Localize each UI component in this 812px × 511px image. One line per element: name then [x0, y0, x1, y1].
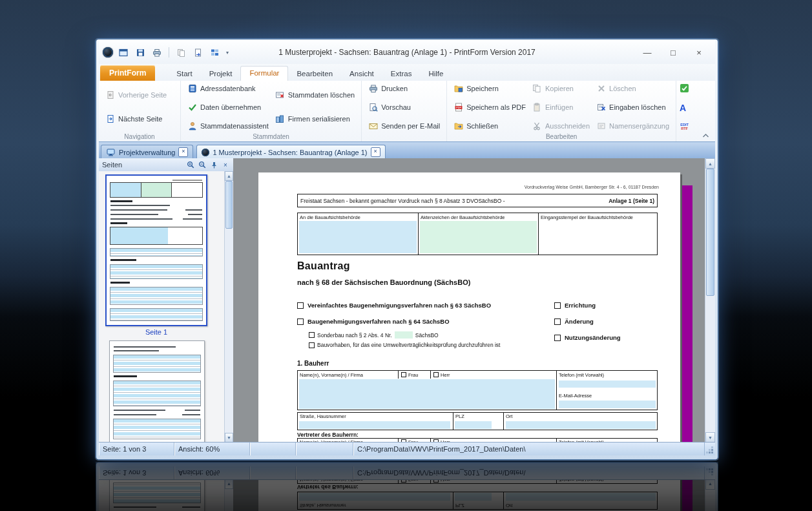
scroll-up-icon[interactable]: ▲ — [225, 171, 233, 181]
resize-grip[interactable] — [705, 443, 715, 455]
strasse-label: Straße, Hausnummer — [300, 413, 346, 419]
print-icon[interactable] — [151, 47, 163, 58]
behoerde-field[interactable] — [299, 221, 417, 253]
telefon-label: Telefon (mit Vorwahl) — [559, 372, 604, 378]
ribbon-group-ausgabe: Drucken Vorschau Senden per E-Mail — [362, 81, 447, 141]
checkbox-nutzungsaenderung[interactable] — [554, 335, 561, 341]
telefon-field[interactable] — [559, 381, 656, 388]
pages-scrollbar[interactable]: ▲ ▼ — [224, 171, 233, 443]
kopieren-button[interactable]: Kopieren — [530, 83, 592, 94]
edit-rtf-icon[interactable]: EDITRTF — [680, 123, 689, 131]
button-label: Vorherige Seite — [118, 91, 167, 99]
font-a-icon[interactable]: A — [680, 103, 689, 112]
tab-formular[interactable]: Formular — [240, 66, 288, 81]
checkbox-errichtung[interactable] — [554, 302, 561, 309]
qat-dropdown-icon[interactable]: ▾ — [226, 50, 229, 56]
status-empty-2 — [296, 443, 353, 455]
title-bar: ▾ 1 Musterprojekt - Sachsen: Bauantrag (… — [99, 41, 715, 64]
copy-icon[interactable] — [174, 47, 187, 58]
scissors-icon — [532, 121, 542, 130]
senden-email-button[interactable]: Senden per E-Mail — [366, 120, 442, 131]
email-field[interactable] — [559, 401, 656, 408]
new-document-icon[interactable] — [191, 47, 204, 58]
scroll-down-icon[interactable]: ▼ — [225, 433, 233, 443]
checkbox-frau[interactable] — [401, 372, 406, 377]
maximize-button[interactable]: □ — [665, 48, 682, 57]
speichern-button[interactable]: Speichern — [452, 83, 528, 94]
tiles-icon[interactable] — [208, 47, 221, 58]
prev-page-button[interactable]: Vorherige Seite — [103, 89, 169, 100]
daten-uebernehmen-button[interactable]: Daten übernehmen — [185, 101, 271, 112]
einfuegen-button[interactable]: Einfügen — [530, 101, 592, 112]
address-book-icon — [187, 83, 197, 93]
next-page-button[interactable]: Nächste Seite — [103, 114, 169, 125]
tab-projekt[interactable]: Projekt — [201, 67, 241, 81]
minimize-button[interactable]: — — [639, 48, 656, 57]
sonderbau-nr-field[interactable] — [395, 331, 413, 339]
stammdaten-loeschen-button[interactable]: Stammdaten löschen — [273, 89, 357, 100]
close-panel-icon[interactable]: × — [221, 160, 230, 169]
vorschau-button[interactable]: Vorschau — [366, 101, 442, 112]
button-label: Speichern — [466, 85, 499, 92]
collapse-ribbon-icon[interactable] — [702, 133, 709, 138]
grid-check-icon[interactable] — [680, 83, 689, 93]
ausschneiden-button[interactable]: Ausschneiden — [530, 120, 592, 131]
ribbon-group-stammdaten: Adressdatenbank Daten übernehmen Sta — [181, 81, 362, 141]
group-label-bearbeiten: Bearbeiten — [447, 133, 676, 140]
checkbox-herr[interactable] — [433, 372, 439, 377]
checkbox-label: Nutzungsänderung — [565, 334, 621, 341]
scroll-up-icon[interactable]: ▲ — [705, 158, 715, 169]
aktenzeichen-field[interactable] — [420, 221, 537, 253]
tab-hilfe[interactable]: Hilfe — [420, 67, 452, 81]
schliessen-button[interactable]: Schließen — [452, 120, 528, 131]
tab-close-icon[interactable]: × — [178, 147, 188, 157]
printer-icon — [368, 83, 378, 93]
ort-field[interactable] — [506, 421, 656, 429]
scrollbar-thumb[interactable] — [225, 181, 233, 229]
adressdatenbank-button[interactable]: Adressdatenbank — [185, 83, 271, 94]
tab-close-icon[interactable]: × — [371, 147, 380, 157]
zoom-out-icon[interactable] — [198, 160, 207, 169]
namensergaenzung-button[interactable]: Namensergänzung — [594, 120, 671, 131]
zoom-in-icon[interactable] — [186, 160, 195, 169]
firmen-serialisieren-button[interactable]: Firmen serialisieren — [273, 114, 357, 125]
loeschen-button[interactable]: Löschen — [594, 83, 671, 94]
tab-ansicht[interactable]: Ansicht — [341, 67, 382, 81]
svg-text:PDF: PDF — [456, 107, 461, 109]
checkbox-umwelt[interactable] — [309, 342, 315, 348]
page-thumbnail-1[interactable] — [105, 174, 207, 326]
checkbox-sonderbau[interactable] — [309, 332, 315, 338]
layout-icon[interactable] — [117, 47, 130, 58]
button-label: Nächste Seite — [118, 115, 162, 123]
name-field[interactable] — [299, 379, 555, 409]
stammdatenassistent-button[interactable]: Stammdatenassistent — [185, 120, 271, 131]
pin-icon[interactable] — [209, 160, 218, 169]
plz-field[interactable] — [455, 421, 492, 429]
tab-start[interactable]: Start — [168, 67, 200, 81]
tab-extras[interactable]: Extras — [382, 67, 421, 81]
save-icon[interactable] — [134, 47, 147, 58]
drucken-button[interactable]: Drucken — [366, 83, 442, 94]
tab-musterprojekt[interactable]: 1 Musterprojekt - Sachsen: Bauantrag (An… — [196, 145, 385, 159]
toolbar-separator — [169, 47, 169, 57]
eingaben-loeschen-button[interactable]: Eingaben löschen — [594, 101, 671, 112]
clear-inputs-icon — [596, 102, 606, 112]
checkbox-vereinfacht[interactable] — [297, 302, 304, 309]
speichern-pdf-button[interactable]: PDF Speichern als PDF — [452, 101, 528, 112]
tab-projektverwaltung[interactable]: Projektverwaltung × — [101, 145, 193, 159]
document-scrollbar[interactable]: ▲ ▼ — [705, 158, 715, 443]
tab-bearbeiten[interactable]: Bearbeiten — [288, 67, 341, 81]
scrollbar-thumb[interactable] — [706, 169, 714, 296]
tab-printform[interactable]: PrintForm — [100, 65, 155, 81]
checkbox-baugenehmigung[interactable] — [297, 318, 304, 325]
strasse-field[interactable] — [299, 421, 450, 429]
pdf-icon: PDF — [453, 102, 463, 112]
scroll-down-icon[interactable]: ▼ — [705, 432, 715, 443]
status-zoom: Ansicht: 60% — [174, 443, 250, 455]
close-button[interactable]: × — [691, 48, 707, 57]
buildings-icon — [275, 114, 285, 124]
frau-label: Frau — [408, 372, 418, 378]
page-thumbnail-2[interactable] — [109, 340, 205, 443]
app-icon[interactable] — [103, 47, 113, 57]
checkbox-aenderung[interactable] — [554, 318, 561, 325]
